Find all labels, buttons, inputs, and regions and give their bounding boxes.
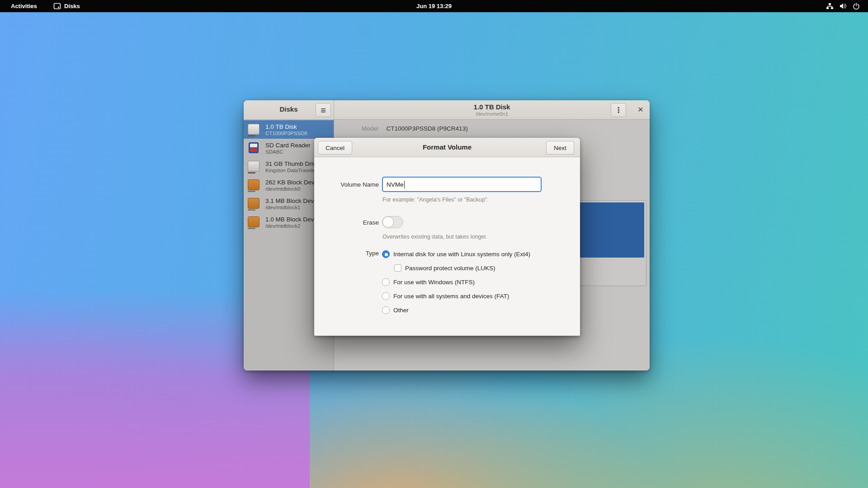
type-option-label: Internal disk for use with Linux systems… — [393, 251, 530, 258]
model-row: Model CT1000P3PSSD8 (P9CR413) — [362, 125, 468, 132]
close-button[interactable]: × — [638, 104, 643, 115]
erase-toggle[interactable] — [382, 216, 403, 228]
next-label: Next — [554, 145, 566, 151]
hard-disk-icon — [248, 123, 261, 136]
text-cursor — [404, 181, 405, 188]
erase-hint: Overwrites existing data, but takes long… — [382, 234, 487, 240]
type-option-luks[interactable]: Password protect volume (LUKS) — [394, 263, 495, 272]
sidebar-item-subtitle: /dev/mtdblock1 — [265, 205, 322, 210]
block-device-icon — [248, 197, 261, 211]
clock[interactable]: Jun 19 13:29 — [416, 3, 452, 9]
top-bar: Activities Disks Jun 19 13:29 — [0, 0, 868, 12]
close-icon: × — [638, 104, 643, 114]
activities-button[interactable]: Activities — [11, 0, 37, 12]
volume-name-input[interactable]: NVMe — [382, 177, 542, 192]
block-device-icon — [248, 178, 261, 192]
block-device-icon — [248, 216, 261, 229]
volume-name-label: Volume Name — [320, 181, 379, 188]
volume-name-value: NVMe — [387, 181, 404, 188]
thumb-drive-icon — [248, 160, 261, 174]
window-title: 1.0 TB Disk — [334, 103, 650, 111]
sidebar-item-subtitle: CT1000P3PSSD8 — [265, 131, 307, 136]
type-option-label: Password protect volume (LUKS) — [405, 265, 495, 272]
disks-app-icon — [53, 2, 61, 10]
type-option-fat[interactable]: For use with all systems and devices (FA… — [382, 291, 509, 300]
dialog-headerbar: Cancel Format Volume Next — [314, 138, 580, 157]
focused-app-label: Disks — [64, 3, 80, 9]
focused-app-indicator[interactable]: Disks — [53, 0, 80, 12]
type-option-ntfs[interactable]: For use with Windows (NTFS) — [382, 277, 475, 286]
model-value: CT1000P3PSSD8 (P9CR413) — [387, 125, 468, 132]
sidebar-item-title: 31 GB Thumb Drive — [265, 160, 319, 167]
sidebar-item-subtitle: /dev/mtdblock2 — [265, 223, 322, 229]
dialog-title: Format Volume — [314, 143, 580, 151]
type-option-label: For use with all systems and devices (FA… — [393, 293, 509, 300]
radio-unchecked-icon — [382, 292, 390, 300]
sidebar-item-subtitle: Kingston DataTraveler — [265, 168, 319, 173]
sidebar-item-title: 1.0 TB Disk — [265, 123, 307, 130]
sidebar-item-title: 1.0 MB Block Device — [265, 216, 322, 223]
sd-card-icon — [248, 141, 261, 155]
drive-menu-button[interactable]: ⋮ — [611, 103, 626, 117]
primary-menu-button[interactable]: ≡ — [316, 103, 331, 117]
type-option-label: Other — [393, 307, 409, 314]
power-icon[interactable] — [853, 0, 860, 12]
volume-name-hint: For example: "Angela's Files" or "Backup… — [382, 197, 489, 203]
sidebar-item-subtitle: SDABC — [265, 149, 311, 155]
kebab-icon: ⋮ — [615, 107, 622, 114]
type-option-ext4[interactable]: Internal disk for use with Linux systems… — [382, 249, 530, 258]
model-label: Model — [362, 125, 378, 132]
sidebar-item-title: SD Card Reader — [265, 142, 311, 149]
activities-label: Activities — [11, 3, 37, 9]
sidebar-item-title: 3.1 MB Block Device — [265, 197, 322, 204]
type-label: Type — [320, 250, 379, 257]
radio-unchecked-icon — [382, 278, 390, 286]
checkbox-unchecked-icon — [394, 264, 401, 272]
volume-icon[interactable] — [839, 0, 847, 12]
type-option-label: For use with Windows (NTFS) — [393, 279, 475, 286]
format-volume-dialog: Cancel Format Volume Next Volume Name NV… — [314, 138, 580, 336]
sidebar-titlebar[interactable]: Disks ≡ — [244, 100, 334, 120]
hamburger-icon: ≡ — [321, 106, 326, 115]
radio-unchecked-icon — [382, 306, 390, 314]
network-icon[interactable] — [826, 0, 834, 12]
sidebar-item-nvme-disk[interactable]: 1.0 TB Disk CT1000P3PSSD8 — [244, 120, 334, 139]
erase-label: Erase — [320, 219, 379, 226]
window-subtitle: /dev/nvme0n1 — [334, 111, 650, 117]
toggle-knob — [382, 216, 394, 228]
main-titlebar[interactable]: 1.0 TB Disk /dev/nvme0n1 ⋮ × — [334, 100, 650, 120]
radio-checked-icon — [382, 250, 390, 258]
next-button[interactable]: Next — [546, 141, 574, 155]
type-option-other[interactable]: Other — [382, 305, 409, 314]
